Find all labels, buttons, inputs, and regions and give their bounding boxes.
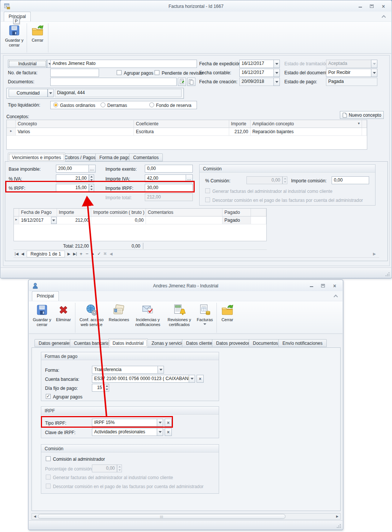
industrial-titlebar[interactable]: Andres Jimenez Rato - Industrial × — [29, 280, 342, 291]
comunidad-dropdown-icon[interactable] — [48, 89, 54, 97]
nav-delete-icon[interactable]: − — [85, 251, 89, 257]
col-header-coeficiente[interactable]: Coeficiente — [134, 120, 229, 128]
cell-comentarios[interactable] — [146, 216, 222, 224]
documentos-input[interactable] — [50, 78, 177, 86]
tab-datos-cliente[interactable]: Datos cliente — [182, 339, 216, 347]
base-imponible-ellipsis-button[interactable]: … — [89, 165, 96, 173]
tab-datos-industrial[interactable]: Datos industrial — [108, 338, 148, 348]
facturas-dropdown-icon[interactable] — [203, 323, 206, 325]
fecha-contable-dropdown-icon[interactable] — [273, 69, 280, 77]
col-header-fecha-pago[interactable]: Fecha de Pago — [19, 209, 57, 216]
forma-dropdown-icon[interactable] — [158, 366, 164, 374]
fecha-expedicion-dropdown-icon[interactable] — [273, 60, 280, 68]
no-factura-input[interactable] — [50, 69, 99, 77]
nuevo-concepto-button[interactable]: Nuevo concepto — [340, 111, 384, 119]
col-header-importe-comision[interactable]: Importe comisión ( bruto ) — [91, 209, 146, 216]
incidencias-button[interactable]: Incidencias y notificaciones — [131, 302, 164, 334]
tab-forma-pago[interactable]: Forma de pago — [95, 153, 134, 161]
nav-scroll-right-icon[interactable]: ▶ — [372, 252, 376, 256]
facturas-button[interactable]: Facturas — [194, 302, 215, 334]
save-close-button[interactable]: Guardar y cerrar — [3, 23, 26, 53]
fecha-creacion-dropdown-icon[interactable] — [273, 78, 280, 86]
resize-grip[interactable] — [336, 524, 341, 528]
collapse-ribbon-icon[interactable] — [333, 295, 338, 299]
importe-iva-field[interactable]: 42,00 — [145, 174, 186, 182]
pct-iva-spinner[interactable] — [89, 174, 94, 182]
close-button[interactable]: × — [330, 283, 339, 289]
nav-prev-icon[interactable]: ◀ — [21, 252, 24, 256]
nav-append-icon[interactable]: + — [79, 251, 83, 257]
minimize-button[interactable] — [307, 283, 315, 289]
estado-documento-field[interactable]: Por Recibir — [326, 69, 371, 77]
importe-exento-field[interactable]: 0,00 — [145, 165, 193, 173]
copy-document-button[interactable] — [187, 78, 195, 86]
resize-grip[interactable] — [385, 272, 390, 277]
importe-comision-field[interactable]: 0,00 — [332, 176, 369, 184]
horizontal-scrollbar[interactable]: ◀ ||| ▶ — [32, 513, 341, 520]
cuenta-dropdown-icon[interactable] — [189, 375, 195, 383]
tipo-irpf-dropdown-icon[interactable] — [157, 419, 163, 427]
filter-dropdown-icon[interactable]: ▾ — [358, 121, 360, 126]
agrupar-pagos-checkbox[interactable]: ✓ — [46, 394, 51, 399]
cell-fecha-pago[interactable]: 16/12/2017 — [19, 216, 57, 224]
col-header-comentarios[interactable]: Comentarios — [146, 209, 222, 216]
add-document-button[interactable] — [178, 78, 186, 86]
revisiones-button[interactable]: Revisiones y certificados — [164, 302, 194, 334]
factura-titlebar[interactable]: H Factura horizontal - Id 1667 × — [1, 1, 391, 12]
base-imponible-field[interactable]: 200,00 — [56, 165, 89, 173]
cuenta-clear-button[interactable]: × — [197, 375, 204, 383]
importe-irpf-field[interactable]: 30,00 — [145, 184, 193, 192]
comunidad-selector-button[interactable]: Comunidad — [9, 89, 48, 97]
col-header-pagado[interactable]: Pagado — [222, 209, 251, 216]
col-header-importe-pago[interactable]: Importe — [57, 209, 92, 216]
radio-fondo-reserva[interactable] — [149, 102, 154, 107]
relaciones-button[interactable]: Relaciones — [107, 302, 131, 334]
cell-coeficiente[interactable]: Escritura — [134, 128, 229, 136]
col-header-concepto[interactable]: Concepto — [16, 120, 134, 128]
fecha-expedicion-field[interactable]: 16/12/2017 — [239, 60, 274, 68]
tab-datos-generales[interactable]: Datos generales — [35, 339, 75, 347]
pago-row[interactable]: ▸ 16/12/2017 212,00 0,00 Pagado — [14, 216, 266, 224]
cerrar-button[interactable]: Cerrar — [28, 23, 47, 53]
tab-cobros-pagos[interactable]: Cobros / Pagos — [60, 153, 100, 161]
tab-vencimientos[interactable]: Vencimientos e importes — [8, 153, 65, 162]
conf-web-service-button[interactable]: Conf. acceso web service — [77, 302, 107, 334]
cell-pagado[interactable]: Pagado — [222, 216, 251, 224]
tab-comentarios[interactable]: Comentarios — [129, 153, 163, 161]
minimize-button[interactable] — [356, 3, 364, 9]
fecha-creacion-field[interactable]: 20/09/2018 — [239, 78, 274, 86]
nav-next-icon[interactable]: ▶ — [67, 252, 71, 256]
restore-button[interactable] — [319, 283, 327, 289]
clave-irpf-field[interactable]: Actividades profesionales — [92, 428, 157, 436]
pct-irpf-spinner[interactable] — [89, 184, 94, 192]
dia-fijo-field[interactable]: 15 — [92, 384, 104, 392]
tab-datos-proveedor[interactable]: Datos proveedor — [212, 339, 254, 347]
clave-irpf-clear-button[interactable]: × — [165, 428, 172, 436]
cerrar-button[interactable]: Cerrar — [218, 302, 237, 334]
nav-first-icon[interactable]: |◀ — [15, 252, 18, 256]
col-header-ampliacion[interactable]: Ampliación concepto ▾ — [251, 120, 362, 128]
pct-irpf-field[interactable]: 15,00 — [56, 184, 89, 192]
concepto-row[interactable]: ▸ Varios Escritura 212,00 Reparación baj… — [7, 128, 367, 136]
fecha-pago-dropdown-icon[interactable] — [51, 217, 57, 224]
fecha-contable-field[interactable]: 16/12/2017 — [239, 69, 274, 77]
cell-importe-pago[interactable]: 212,00 — [57, 216, 92, 224]
importe-iva-ellipsis-button[interactable]: … — [186, 174, 193, 182]
tipo-irpf-clear-button[interactable]: × — [165, 419, 172, 427]
scroll-right-icon[interactable]: ▶ — [334, 514, 340, 519]
scrollbar-thumb[interactable]: ||| — [38, 514, 285, 519]
nav-scroll-left-icon[interactable]: ◀ — [109, 252, 113, 256]
eliminar-button[interactable]: Eliminar — [53, 302, 74, 334]
forma-field[interactable]: Transferencia — [92, 366, 158, 374]
nav-edit-icon[interactable]: ▲ — [91, 252, 95, 255]
clave-irpf-dropdown-icon[interactable] — [157, 428, 163, 436]
cuenta-bancaria-field[interactable]: ES37 2100 0001 0756 0000 0123 ( CAIXABAN… — [92, 375, 189, 383]
restore-button[interactable] — [368, 3, 376, 9]
ribbon-tab-principal[interactable]: Principal — [32, 291, 59, 301]
tab-envio-notificaciones[interactable]: Envío notificaciones — [278, 339, 327, 347]
save-close-button[interactable]: Guardar y cerrar — [31, 302, 53, 334]
collapse-ribbon-icon[interactable] — [381, 15, 386, 19]
nav-last-icon[interactable]: ▶| — [73, 252, 77, 256]
scroll-left-icon[interactable]: ◀ — [32, 514, 38, 519]
cell-concepto[interactable]: Varios — [16, 128, 134, 136]
